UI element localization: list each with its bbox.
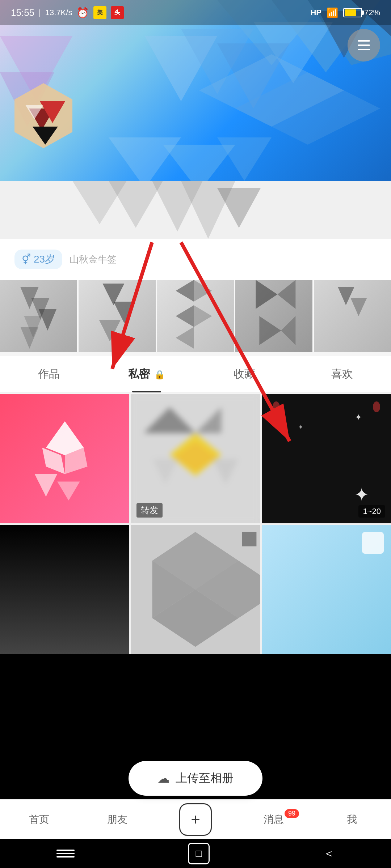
- bottom-nav: 首页 朋友 + 消息 99 我: [0, 799, 391, 839]
- page-count-badge: 1~20: [358, 505, 385, 518]
- svg-marker-36: [176, 305, 194, 327]
- pink-card-svg: [20, 414, 110, 504]
- grid-item-4[interactable]: [0, 525, 129, 654]
- tab-likes[interactable]: 喜欢: [293, 356, 391, 392]
- photo-thumb-5[interactable]: [314, 280, 391, 352]
- photo-geo-3: [157, 280, 234, 352]
- status-left: 15:55 | 13.7K/s ⏰ 美 头: [11, 6, 124, 19]
- battery-icon: [343, 8, 362, 17]
- alarm-icon: ⏰: [76, 7, 89, 19]
- photo-geo-2: [79, 280, 156, 352]
- grid-item-1[interactable]: [0, 394, 129, 523]
- status-network-speed: 13.7K/s: [45, 8, 72, 17]
- svg-marker-35: [194, 280, 212, 302]
- svg-marker-43: [338, 287, 354, 305]
- battery-percent: 72%: [364, 8, 380, 17]
- nav-friends[interactable]: 朋友: [96, 813, 139, 826]
- geo-card2-svg: [131, 525, 260, 654]
- grid-item-3[interactable]: ✦ ✦ ✦ 1~20: [262, 394, 391, 523]
- user-info-row: ⚥ 23岁 山秋金牛签: [0, 239, 391, 280]
- message-badge: 99: [285, 809, 299, 818]
- tab-works[interactable]: 作品: [0, 356, 98, 392]
- tab-works-label: 作品: [38, 368, 60, 380]
- logo-svg: [7, 80, 80, 152]
- status-bar: 15:55 | 13.7K/s ⏰ 美 头 HP 📶 72%: [0, 0, 391, 25]
- lock-icon: 🔒: [154, 370, 165, 379]
- nav-messages[interactable]: 消息 99: [252, 813, 295, 826]
- tab-private[interactable]: 私密 🔒: [98, 356, 196, 392]
- nav-add-icon: +: [191, 810, 200, 829]
- logo-geo: [7, 80, 80, 152]
- upload-icon: ☁: [157, 771, 170, 786]
- nav-home-label: 首页: [29, 813, 49, 826]
- svg-marker-29: [38, 309, 56, 331]
- photo-geo-1: [0, 280, 77, 352]
- hp-label: HP: [310, 8, 321, 17]
- upload-bar[interactable]: ☁ 上传至相册: [129, 761, 262, 796]
- sys-menu-button[interactable]: [56, 850, 75, 858]
- svg-marker-39: [256, 280, 278, 309]
- user-tags: 山秋金牛签: [70, 253, 117, 266]
- svg-marker-49: [57, 481, 80, 500]
- menu-line-1: [358, 40, 370, 42]
- menu-line-3: [358, 49, 370, 50]
- photo-thumb-4[interactable]: [235, 280, 312, 352]
- svg-marker-48: [34, 474, 57, 497]
- grid-item-2[interactable]: 转发: [131, 394, 260, 523]
- nav-me-label: 我: [347, 813, 357, 826]
- svg-marker-41: [260, 316, 281, 345]
- svg-marker-13: [217, 137, 272, 181]
- svg-marker-22: [109, 181, 163, 228]
- nav-home[interactable]: 首页: [17, 813, 61, 826]
- menu-lines: [358, 40, 370, 50]
- battery-fill: [345, 9, 356, 16]
- toutiao-icon: 头: [111, 6, 124, 19]
- svg-marker-42: [281, 316, 296, 345]
- card-2-label: 转发: [136, 503, 163, 518]
- system-bar: □ ＜: [0, 839, 391, 868]
- svg-marker-33: [99, 320, 121, 341]
- tab-favorites-label: 收藏: [234, 368, 255, 380]
- photo-geo-5: [314, 280, 391, 352]
- nav-add[interactable]: +: [174, 803, 217, 836]
- upload-label: 上传至相册: [176, 770, 234, 786]
- sys-home-icon: □: [196, 848, 202, 859]
- photo-thumb-1[interactable]: [0, 280, 77, 352]
- wifi-icon: 📶: [327, 7, 338, 18]
- svg-marker-44: [351, 298, 367, 316]
- header-background: [0, 0, 391, 199]
- profile-section: ⚥ 23岁 山秋金牛签: [0, 181, 391, 654]
- sys-home-button[interactable]: □: [188, 843, 210, 864]
- image-grid: 转发 ✦ ✦ ✦ 1~20: [0, 394, 391, 654]
- svg-marker-30: [20, 327, 38, 349]
- status-network: |: [39, 8, 41, 17]
- menu-line-2: [358, 44, 370, 46]
- nav-friends-label: 朋友: [107, 813, 127, 826]
- svg-rect-60: [242, 532, 257, 546]
- photo-thumb-3[interactable]: [157, 280, 234, 352]
- photos-strip: [0, 280, 391, 352]
- menu-button[interactable]: [348, 29, 380, 61]
- svg-marker-40: [278, 280, 296, 309]
- user-age-badge: ⚥ 23岁: [14, 250, 62, 269]
- nav-add-button[interactable]: +: [179, 803, 212, 836]
- tab-favorites[interactable]: 收藏: [196, 356, 293, 392]
- nav-messages-label: 消息: [264, 813, 284, 826]
- geo-strip: [0, 181, 391, 239]
- geo-strip-svg: [0, 181, 391, 239]
- tab-bar: 作品 私密 🔒 收藏 喜欢: [0, 356, 391, 393]
- sys-back-button[interactable]: ＜: [323, 846, 335, 861]
- grid-item-5[interactable]: [131, 525, 260, 654]
- status-right: HP 📶 72%: [310, 7, 380, 18]
- nav-me[interactable]: 我: [330, 813, 374, 826]
- svg-marker-37: [194, 305, 212, 327]
- grid-item-6[interactable]: [262, 525, 391, 654]
- tab-private-label: 私密: [128, 368, 150, 380]
- gender-icon: ⚥: [22, 254, 31, 265]
- svg-marker-34: [176, 280, 194, 302]
- photo-thumb-2[interactable]: [79, 280, 156, 352]
- svg-marker-25: [217, 188, 261, 228]
- status-time: 15:55: [11, 7, 34, 18]
- user-age: 23岁: [34, 252, 55, 266]
- tab-likes-label: 喜欢: [331, 368, 353, 380]
